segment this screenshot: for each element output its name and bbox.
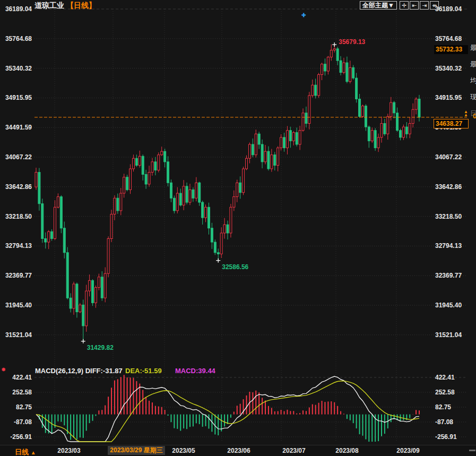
triangle-up-icon: ▲ [31,450,36,455]
price-axis-label: 35764.68 [435,35,462,42]
pan-tool-icon[interactable]: ✛ [400,1,409,10]
price-axis-label: 32369.77 [1,272,32,279]
time-axis-label: 2023/07 [282,447,305,454]
price-axis-label: 34915.95 [1,94,32,101]
low2-annotation: 32586.56 [222,263,248,271]
quote-panel-char: 日 [470,108,476,125]
macd-formula-label: MACD(26,12,9) DIFF:-31.87 [35,367,123,375]
macd-axis-label: 252.58 [1,389,32,396]
quote-panel-char: 均 [470,75,476,92]
expand-x-icon[interactable]: ⇥ [420,1,429,10]
highlighted-date-label: 2023/03/29 星期三 [108,446,165,455]
price-axis-label: 31521.04 [1,331,32,339]
price-axis-label: 31945.40 [435,302,462,309]
price-axis-label: 35340.32 [435,65,462,72]
current-price-arrow-icon: ▲▲ [464,110,468,117]
macd-axis-label: -87.08 [435,418,453,426]
current-price-label: 34638.27 [434,119,469,128]
macd-axis-label: -256.91 [435,433,457,441]
macd-axis-label: 82.75 [1,403,32,411]
period-selector-label: 日线 [15,448,29,456]
symbol-title: 道琼工业 [34,1,64,10]
price-axis-label: 35340.32 [1,65,32,72]
trading-app-window: 道琼工业【日线】 全部主题▼ ✛ ⇤ ⇥ ⇻ ✚ 36189.0435764.6… [0,0,476,456]
time-axis-label: 2023/09 [396,447,419,454]
macd-macd-value: MACD:39.44 [175,367,215,375]
macd-axis-label: -87.08 [1,418,32,426]
low-annotation: 31429.82 [87,344,114,351]
price-axis-label: 33218.50 [435,213,462,220]
price-axis-label: 32369.77 [435,272,462,279]
macd-dea-value: DEA:-51.59 [125,367,162,375]
price-axis-label: 36189.04 [435,5,462,13]
macd-axis-label: 422.41 [1,374,32,381]
price-axis-label: 33642.86 [435,183,462,191]
time-axis-label: 2023/06 [227,447,250,454]
macd-axis-label: 252.58 [435,389,455,396]
price-axis-label: 32794.13 [1,242,32,249]
price-axis-label: 35764.68 [1,35,32,42]
period-tag: 【日线】 [66,1,96,10]
price-axis-label: 33218.50 [1,213,32,220]
macd-axis-label: -256.91 [1,433,32,441]
quote-panel-cutoff: 最最均现日 [470,42,476,125]
period-selector-button[interactable]: 日线 ▲ [15,448,36,456]
price-axis-label: 34915.95 [435,94,462,101]
price-axis-label: 33642.86 [1,183,32,191]
quote-panel-char: 最 [470,59,476,75]
time-axis-label: 2023/05 [172,447,195,454]
price-axis-label: 34067.22 [1,153,32,161]
themes-dropdown-button[interactable]: 全部主题▼ [360,1,397,10]
price-axis-label: 36189.04 [1,5,32,13]
h-scrollbar-thumb[interactable] [469,450,475,451]
quote-panel-char: 最 [470,42,476,59]
time-axis-label: 2023/03 [57,447,80,454]
compress-x-icon[interactable]: ⇤ [410,1,419,10]
quote-panel-char: 现 [470,92,476,108]
chart-header: 道琼工业【日线】 [34,1,96,11]
price-axis-label: 34067.22 [435,153,462,161]
note-marker-icon[interactable]: ✚ [301,12,306,18]
macd-params: MACD(26,12,9) [35,367,83,375]
macd-axis-label: 82.75 [435,403,451,411]
macd-diff-value: DIFF:-31.87 [85,367,123,375]
time-axis-label: 2023/08 [335,447,358,454]
highest-price-label: 35732.33 [434,45,468,54]
macd-axis-label: 422.41 [435,374,455,381]
price-axis-label: 32794.13 [435,242,462,249]
price-axis-label: 31521.04 [435,331,462,339]
indicator-marker-icon: ✹ [1,366,6,373]
price-axis-label: 31945.40 [1,302,32,309]
price-axis-label: 34491.59 [1,124,32,131]
chart-canvas[interactable] [0,0,476,456]
high-annotation: 35679.13 [339,38,365,46]
